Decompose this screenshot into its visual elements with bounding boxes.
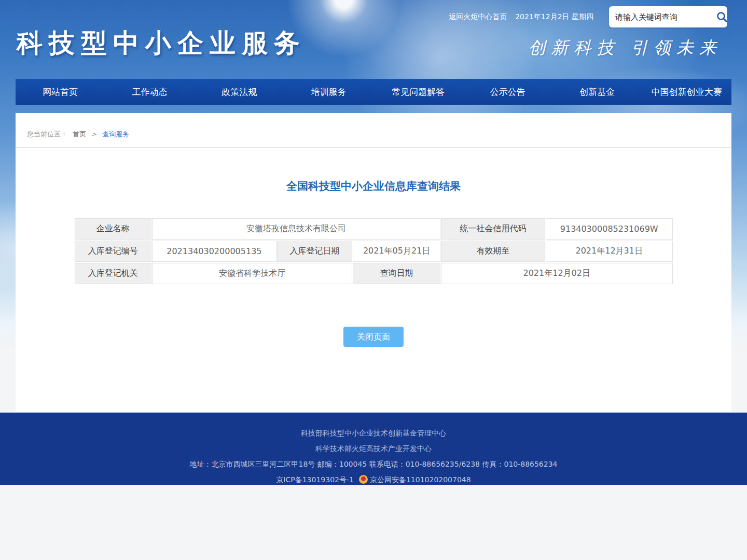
top-bar: 返回火炬中心首页 2021年12月2日 星期四 <box>449 6 727 27</box>
table-row: 入库登记机关 安徽省科学技术厅 查询日期 2021年12月02日 <box>75 263 673 284</box>
valid-until-label: 有效期至 <box>441 241 545 262</box>
company-name-value: 安徽塔孜信息技术有限公司 <box>152 218 440 240</box>
main-nav: 网站首页 工作动态 政策法规 培训服务 常见问题解答 公示公告 创新基金 中国创… <box>16 79 731 105</box>
query-date-label: 查询日期 <box>353 263 440 284</box>
nav-item-competition[interactable]: 中国创新创业大赛 <box>642 79 732 105</box>
footer-contact-line: 地址：北京市西城区三里河二区甲18号 邮编：100045 联系电话：010-88… <box>0 456 747 472</box>
breadcrumb-current-link[interactable]: 查询服务 <box>102 130 129 138</box>
registration-authority-value: 安徽省科学技术厅 <box>152 263 352 284</box>
credit-code-value: 91340300085231069W <box>546 218 673 240</box>
result-title: 全国科技型中小企业信息库查询结果 <box>16 179 731 193</box>
table-row: 入库登记编号 202134030200005135 入库登记日期 2021年05… <box>75 241 673 262</box>
search-box <box>609 6 727 27</box>
nav-item-home[interactable]: 网站首页 <box>16 79 105 105</box>
close-page-button[interactable]: 关闭页面 <box>343 327 404 347</box>
breadcrumb-prefix: 您当前位置： <box>27 130 67 138</box>
registration-number-value: 202134030200005135 <box>152 241 276 262</box>
icp-record-link[interactable]: 京ICP备13019302号-1 <box>276 475 354 484</box>
breadcrumb: 您当前位置： 首页 > 查询服务 <box>16 113 731 147</box>
registration-authority-label: 入库登记机关 <box>75 263 152 284</box>
footer-record-line: 京ICP备13019302号-1京公网安备11010202007048 <box>0 472 747 487</box>
valid-until-value: 2021年12月31日 <box>546 241 673 262</box>
registration-date-label: 入库登记日期 <box>277 241 353 262</box>
footer-org-line-1: 科技部科技型中小企业技术创新基金管理中心 <box>0 425 747 441</box>
registration-number-label: 入库登记编号 <box>75 241 152 262</box>
company-name-label: 企业名称 <box>75 218 152 240</box>
registration-date-value: 2021年05月21日 <box>353 241 440 262</box>
footer-org-line-2: 科学技术部火炬高技术产业开发中心 <box>0 441 747 456</box>
nav-item-innovation-fund[interactable]: 创新基金 <box>552 79 642 105</box>
result-table: 企业名称 安徽塔孜信息技术有限公司 统一社会信用代码 9134030008523… <box>74 217 673 285</box>
site-footer: 科技部科技型中小企业技术创新基金管理中心 科学技术部火炬高技术产业开发中心 地址… <box>0 412 747 485</box>
nav-item-faq[interactable]: 常见问题解答 <box>374 79 463 105</box>
search-input[interactable] <box>615 12 716 22</box>
breadcrumb-divider <box>16 147 731 148</box>
table-row: 企业名称 安徽塔孜信息技术有限公司 统一社会信用代码 9134030008523… <box>75 218 673 240</box>
nav-item-policies[interactable]: 政策法规 <box>195 79 284 105</box>
credit-code-label: 统一社会信用代码 <box>441 218 545 240</box>
close-button-container: 关闭页面 <box>16 327 731 347</box>
breadcrumb-separator: > <box>91 130 97 138</box>
site-logo: 科技型中小企业服务 <box>17 26 306 61</box>
nav-item-training[interactable]: 培训服务 <box>284 79 374 105</box>
slogan-text: 创新科技 引领未来 <box>529 36 723 60</box>
breadcrumb-home-link[interactable]: 首页 <box>73 130 86 138</box>
search-icon[interactable] <box>716 10 728 24</box>
police-badge-icon <box>359 475 368 484</box>
site-header: 返回火炬中心首页 2021年12月2日 星期四 科技型中小企业服务 创新科技 引… <box>0 0 747 79</box>
query-date-value: 2021年12月02日 <box>441 263 673 284</box>
police-record-link[interactable]: 京公网安备11010202007048 <box>370 475 471 484</box>
return-torch-home-link[interactable]: 返回火炬中心首页 <box>449 12 507 22</box>
nav-item-work-news[interactable]: 工作动态 <box>105 79 195 105</box>
current-date: 2021年12月2日 星期四 <box>515 12 593 22</box>
nav-item-announcements[interactable]: 公示公告 <box>463 79 553 105</box>
